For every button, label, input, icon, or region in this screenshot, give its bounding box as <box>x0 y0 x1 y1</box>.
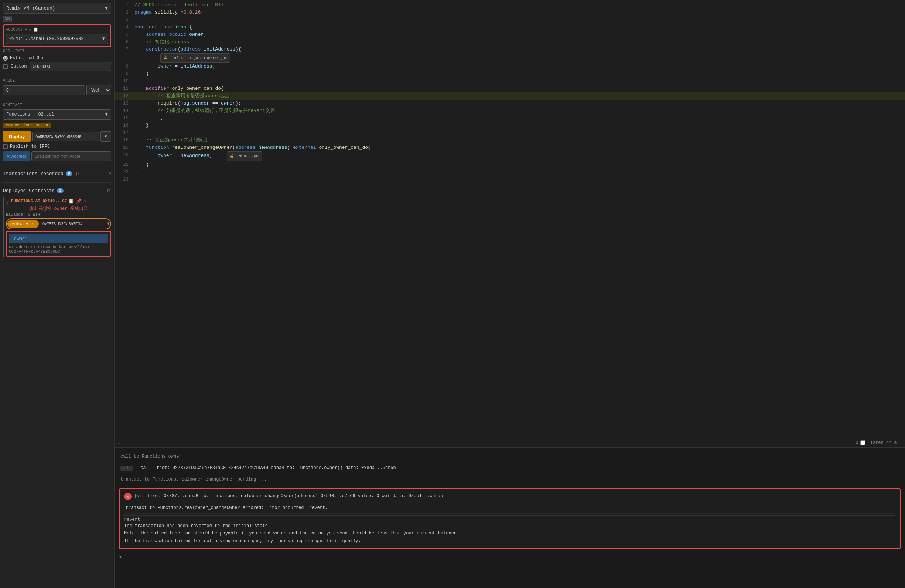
code-line-23: 23 <box>114 176 905 183</box>
publish-label: Publish to IPFS <box>10 144 50 149</box>
code-line-21: 21 } <box>114 161 905 168</box>
vm-badge: VM <box>3 16 12 22</box>
transactions-arrow: > <box>109 171 111 176</box>
transactions-info-icon: ⓘ <box>75 171 79 176</box>
deploy-button[interactable]: Deploy <box>3 131 31 142</box>
code-line-18: 18 // 真正的owner来才能调用 <box>114 137 905 144</box>
owner-result-line2: CCb7A4fFFb5A43EBC70DC <box>9 249 108 254</box>
code-line-4: 4 contract Functions { <box>114 24 905 31</box>
value-section: VALUE Wei Gwei Ether <box>3 79 111 95</box>
at-address-row: At Address <box>3 151 111 161</box>
error-divider <box>124 515 895 516</box>
account-label-row: ACCOUNT + ✎ 📋 <box>6 27 108 32</box>
estimated-gas-radio[interactable] <box>3 56 8 60</box>
value-label: VALUE <box>3 79 111 83</box>
deployed-contracts-label: Deployed Contracts <box>3 188 55 193</box>
custom-gas-input[interactable] <box>30 62 111 71</box>
at-address-input[interactable] <box>32 151 111 161</box>
vm-select-chevron: ▼ <box>105 6 108 11</box>
code-line-8: 8 owner = initAddress; <box>114 63 905 70</box>
error-block: ✕ [vm] from: 0x787...cabaB to: Functions… <box>119 488 900 549</box>
estimated-gas-label: Estimated Gas <box>10 55 45 60</box>
code-line-7: 7 constructor(address initAddress){ ⛳ in… <box>114 46 905 63</box>
console-area: call to Functions.owner call [call] from… <box>114 448 905 588</box>
account-edit-icon[interactable]: ✎ <box>29 27 32 32</box>
vm-select[interactable]: Remix VM (Cancun) ▼ <box>3 3 111 14</box>
code-line-19: 19 function realowner_changeOwner(addres… <box>114 144 905 151</box>
deploy-row: Deploy ▼ <box>3 131 111 142</box>
owner-button[interactable]: owner <box>9 234 108 243</box>
publish-row: Publish to IPFS <box>3 144 111 149</box>
owner-section: owner 0: address: 0x0A098Eda01Ce92ff4A4 … <box>6 231 111 257</box>
custom-gas-label: Custom <box>11 64 27 69</box>
realowner-input[interactable] <box>40 220 106 228</box>
contract-pin-icon[interactable]: 📌 <box>76 198 82 204</box>
code-line-9: 9 } <box>114 70 905 78</box>
console-prompt-icon: > <box>119 555 122 560</box>
transactions-label: Transactions recorded <box>3 171 64 176</box>
transactions-row[interactable]: Transactions recorded 9 ⓘ > <box>3 169 111 179</box>
value-unit-select[interactable]: Wei Gwei Ether <box>86 85 111 95</box>
estimated-gas-row[interactable]: Estimated Gas <box>3 55 111 60</box>
code-line-16: 16 } <box>114 122 905 129</box>
deploy-arrow[interactable]: ▼ <box>100 132 111 142</box>
code-line-11: 11 modifier only_owner_can_do{ <box>114 85 905 92</box>
divider-1 <box>3 74 111 75</box>
account-select[interactable]: 0x787...cabaB (99.9999999999 ▼ <box>6 33 108 44</box>
contract-close-icon[interactable]: ✕ <box>84 198 86 204</box>
editor-area: 1 // SPDX-License-Identifier: MIT 2 prag… <box>114 0 905 438</box>
console-prompt-row: > <box>119 552 900 563</box>
divider-2 <box>3 99 111 99</box>
evm-badge-container: evm version: cancun <box>3 121 111 130</box>
account-label: ACCOUNT <box>6 28 23 32</box>
error-icon: ✕ <box>124 493 132 500</box>
deployed-count-badge: 1 <box>57 189 64 193</box>
deployed-trash-icon[interactable]: 🗑 <box>107 188 111 193</box>
call-tag: call <box>121 466 133 471</box>
console-call-detail: call [call] from: 0x78731D3Ca6b7E34aC0F8… <box>119 463 900 474</box>
custom-gas-row: Custom <box>3 62 111 71</box>
realowner-chevron[interactable]: ▼ <box>107 221 110 227</box>
contract-item-name: FUNCTIONS AT 0X540...C7 <box>11 199 67 203</box>
code-line-20: 20 owner = newAddress; ⛳ 26881 gas <box>114 151 905 161</box>
console-pending-msg: transact to Functions.realowner_changeOw… <box>119 474 900 485</box>
value-row: Wei Gwei Ether <box>3 85 111 95</box>
listen-checkbox[interactable] <box>860 440 865 445</box>
code-line-3: 3 <box>114 16 905 24</box>
divider-4 <box>3 182 111 183</box>
account-section: ACCOUNT + ✎ 📋 0x787...cabaB (99.99999999… <box>3 24 111 47</box>
code-line-17: 17 <box>114 129 905 137</box>
account-icons: + ✎ 📋 <box>25 27 39 32</box>
revert-label: revert <box>124 517 895 522</box>
listen-row: 0 Listen on all <box>856 440 902 445</box>
code-line-2: 2 pragma solidity ^0.8.26; <box>114 9 905 16</box>
evm-badge: evm version: cancun <box>3 123 51 128</box>
code-line-13: 13 require(msg.sender == owner); <box>114 100 905 107</box>
at-address-button[interactable]: At Address <box>3 151 30 161</box>
publish-checkbox[interactable] <box>3 144 8 149</box>
vm-select-row: Remix VM (Cancun) ▼ <box>3 3 111 14</box>
listen-label: Listen on all <box>867 440 902 445</box>
deploy-addr-input[interactable] <box>32 132 98 141</box>
deployed-contracts-header: Deployed Contracts 1 🗑 <box>3 187 111 195</box>
custom-gas-checkbox[interactable] <box>3 64 8 69</box>
main-area: 1 // SPDX-License-Identifier: MIT 2 prag… <box>114 0 905 588</box>
code-line-14: 14 // 如果是的话，继续运行，不是则报错并revert交易 <box>114 107 905 114</box>
contract-label: CONTRACT <box>3 103 111 107</box>
code-line-10: 10 <box>114 78 905 85</box>
error-detail: The transaction has been reverted to the… <box>124 522 895 545</box>
realowner-button[interactable]: realowner_c... <box>7 220 39 228</box>
owner-result-line1: 0: address: 0x0A098Eda01Ce92ff4A4 <box>9 245 108 249</box>
contract-select[interactable]: Functions - 02.sol ▼ <box>3 109 111 120</box>
contract-expand-icon[interactable]: ⌄ <box>6 197 10 204</box>
contract-copy-icon[interactable]: 📋 <box>68 198 74 204</box>
error-header: ✕ [vm] from: 0x787...cabaB to: Functions… <box>124 493 895 500</box>
code-line-5: 5 address public owner; <box>114 31 905 38</box>
listen-num: 0 <box>856 440 858 445</box>
account-plus-icon[interactable]: + <box>25 27 28 32</box>
vm-badge-row: VM <box>3 16 111 22</box>
balance-text: Balance: 0 ETH <box>6 212 111 217</box>
account-copy-icon[interactable]: 📋 <box>33 27 39 32</box>
value-input[interactable] <box>3 85 85 95</box>
console-collapse-icon[interactable]: ⌄ <box>117 439 121 446</box>
